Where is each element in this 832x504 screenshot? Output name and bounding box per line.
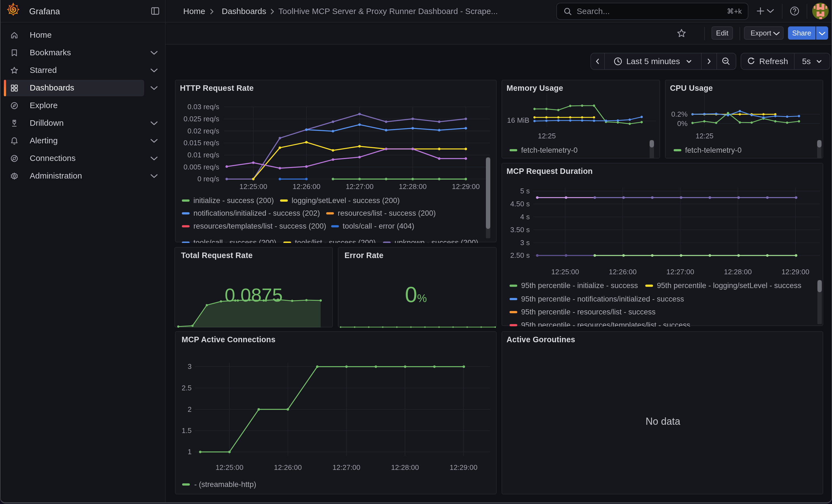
svg-text:0.005 req/s: 0.005 req/s — [183, 163, 219, 171]
svg-text:fetch-telemetry-0: fetch-telemetry-0 — [685, 146, 742, 154]
svg-text:95th percentile - resources/te: 95th percentile - resources/templates/li… — [521, 321, 690, 326]
svg-text:1.5: 1.5 — [182, 426, 191, 435]
svg-text:12:29:00: 12:29:00 — [449, 463, 477, 472]
svg-text:resources/templates/list - suc: resources/templates/list - success (200) — [193, 222, 326, 230]
svg-text:2.5: 2.5 — [182, 384, 191, 392]
svg-text:3.50 s: 3.50 s — [510, 226, 530, 234]
svg-text:notifications/initialized - su: notifications/initialized - success (202… — [193, 209, 320, 217]
svg-text:No data: No data — [646, 416, 680, 427]
svg-text:0: 0 — [405, 282, 417, 307]
svg-text:3 s: 3 s — [520, 239, 530, 247]
svg-text:tools/call - error (404): tools/call - error (404) — [343, 222, 414, 230]
svg-text:%: % — [417, 292, 427, 304]
svg-text:12:28:00: 12:28:00 — [724, 268, 752, 276]
svg-text:12:26:00: 12:26:00 — [609, 268, 636, 276]
svg-text:4.50 s: 4.50 s — [510, 200, 530, 208]
svg-text:2.50 s: 2.50 s — [510, 251, 530, 260]
svg-text:0.0875: 0.0875 — [225, 285, 283, 306]
svg-text:resources/list - success (200): resources/list - success (200) — [338, 209, 436, 217]
svg-text:12:25:00: 12:25:00 — [239, 182, 267, 191]
svg-text:1: 1 — [188, 448, 191, 456]
svg-text:12:29:00: 12:29:00 — [452, 182, 480, 191]
svg-text:4 s: 4 s — [520, 213, 530, 221]
svg-text:12:25:00: 12:25:00 — [551, 268, 579, 276]
svg-text:12:25: 12:25 — [696, 132, 713, 140]
svg-text:12:28:00: 12:28:00 — [399, 182, 426, 191]
svg-text:0.01 req/s: 0.01 req/s — [187, 151, 219, 159]
svg-text:initialize - success (200): initialize - success (200) — [193, 196, 274, 205]
svg-text:logging/setLevel - success (20: logging/setLevel - success (200) — [292, 196, 400, 205]
svg-text:0.2%: 0.2% — [671, 110, 687, 118]
svg-text:12:25:00: 12:25:00 — [215, 463, 243, 472]
svg-text:0.025 req/s: 0.025 req/s — [183, 115, 219, 123]
svg-text:0.015 req/s: 0.015 req/s — [183, 139, 219, 147]
svg-text:12:27:00: 12:27:00 — [345, 182, 373, 191]
svg-text:tools/call - success (200): tools/call - success (200) — [193, 238, 276, 243]
svg-text:5 s: 5 s — [520, 187, 530, 195]
svg-text:12:29:00: 12:29:00 — [781, 268, 809, 276]
svg-text:95th percentile - logging/setL: 95th percentile - logging/setLevel - suc… — [657, 281, 801, 290]
svg-text:0.03 req/s: 0.03 req/s — [187, 103, 219, 111]
svg-text:95th percentile - resources/li: 95th percentile - resources/list - succe… — [521, 308, 656, 316]
svg-text:2: 2 — [188, 405, 191, 414]
svg-text:95th percentile - notification: 95th percentile - notifications/initiali… — [521, 295, 684, 303]
svg-text:12:27:00: 12:27:00 — [666, 268, 694, 276]
svg-text:3: 3 — [188, 362, 191, 371]
svg-text:12:25: 12:25 — [538, 132, 556, 140]
svg-text:12:27:00: 12:27:00 — [333, 463, 360, 472]
svg-text:- (streamable-http): - (streamable-http) — [194, 480, 256, 488]
svg-text:0.02 req/s: 0.02 req/s — [187, 127, 219, 135]
svg-text:fetch-telemetry-0: fetch-telemetry-0 — [521, 146, 578, 154]
svg-text:0%: 0% — [677, 120, 687, 128]
svg-text:unknown - success (200): unknown - success (200) — [394, 238, 478, 243]
svg-text:95th percentile - initialize -: 95th percentile - initialize - success — [521, 281, 638, 290]
svg-text:16 MiB: 16 MiB — [507, 116, 529, 124]
svg-text:12:26:00: 12:26:00 — [274, 463, 302, 472]
svg-text:0 req/s: 0 req/s — [198, 175, 219, 183]
svg-text:12:26:00: 12:26:00 — [292, 182, 320, 191]
svg-text:tools/list - success (200): tools/list - success (200) — [295, 238, 376, 243]
svg-text:12:28:00: 12:28:00 — [391, 463, 419, 472]
